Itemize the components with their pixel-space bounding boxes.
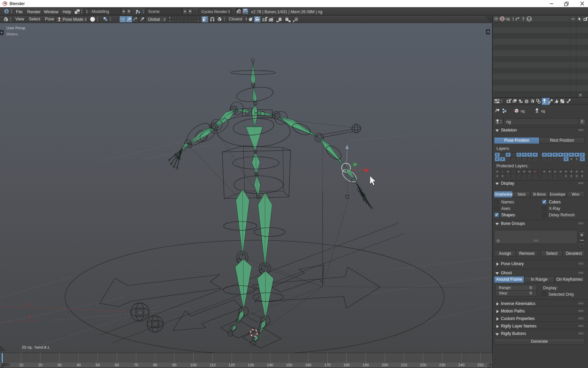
svg-text:rig: rig [506, 17, 510, 21]
svg-text:10: 10 [19, 363, 23, 367]
svg-text:20: 20 [38, 363, 42, 367]
svg-text:240: 240 [458, 363, 464, 367]
svg-text:170: 170 [324, 363, 330, 367]
svg-text:60: 60 [115, 363, 119, 367]
svg-text:30: 30 [58, 363, 62, 367]
svg-text:rig: rig [541, 109, 545, 113]
svg-text:120: 120 [229, 363, 235, 367]
svg-text:50: 50 [96, 363, 100, 367]
svg-text:140: 140 [267, 363, 273, 367]
svg-text:rig: rig [521, 109, 525, 113]
svg-text:90: 90 [172, 363, 176, 367]
svg-text:210: 210 [401, 363, 407, 367]
svg-text:190: 190 [363, 363, 369, 367]
svg-text:150: 150 [286, 363, 292, 367]
svg-text:40: 40 [77, 363, 81, 367]
svg-text:160: 160 [305, 363, 311, 367]
svg-text:200: 200 [382, 363, 388, 367]
svg-text:100: 100 [190, 363, 196, 367]
svg-text:130: 130 [248, 363, 254, 367]
svg-text:180: 180 [343, 363, 349, 367]
svg-text:220: 220 [420, 363, 426, 367]
svg-text:70: 70 [134, 363, 138, 367]
svg-text:i: i [6, 9, 7, 13]
svg-text:80: 80 [153, 363, 157, 367]
svg-text:250: 250 [477, 363, 484, 367]
svg-text:110: 110 [210, 363, 216, 367]
svg-text:+: + [485, 365, 486, 368]
svg-text:230: 230 [439, 363, 445, 367]
